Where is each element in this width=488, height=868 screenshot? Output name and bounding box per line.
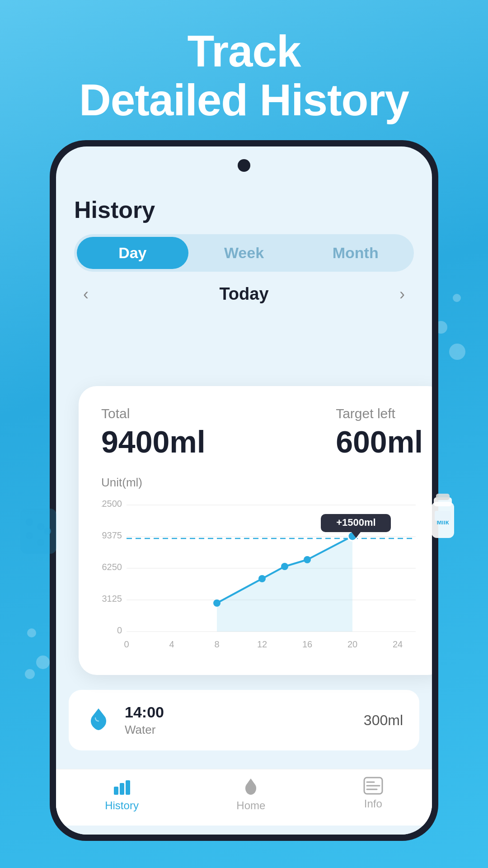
- nav-info[interactable]: Info: [363, 777, 383, 812]
- svg-rect-32: [435, 511, 451, 521]
- bg-circle-4: [27, 628, 36, 637]
- svg-text:12: 12: [257, 639, 267, 649]
- svg-rect-30: [436, 494, 450, 500]
- chart-point-2: [258, 575, 266, 582]
- camera-hole: [238, 159, 250, 172]
- svg-text:+1500ml: +1500ml: [336, 517, 375, 528]
- total-stat: Total 9400ml: [101, 406, 206, 459]
- next-arrow[interactable]: ›: [399, 285, 405, 304]
- stats-row: Total 9400ml Target left 600ml: [101, 406, 423, 459]
- prev-arrow[interactable]: ‹: [83, 285, 89, 304]
- bg-circle-6: [25, 669, 35, 679]
- total-label: Total: [101, 406, 206, 421]
- milk-bottle-decoration: Milk: [420, 488, 465, 549]
- svg-text:0: 0: [117, 625, 122, 635]
- target-value: 600ml: [336, 424, 423, 459]
- target-label: Target left: [336, 406, 423, 421]
- water-drops-decoration: [18, 506, 59, 558]
- nav-home[interactable]: Home: [236, 777, 265, 812]
- svg-point-36: [26, 532, 33, 539]
- drink-time: 14:00: [125, 703, 164, 721]
- svg-text:6250: 6250: [102, 562, 122, 572]
- tab-day[interactable]: Day: [77, 237, 188, 269]
- line-chart: 12500 9375 6250 3125 0 0 4 8 12 16 20 24: [101, 496, 423, 659]
- drink-info: 14:00 Water: [125, 703, 164, 737]
- svg-rect-23: [126, 780, 130, 795]
- nav-history[interactable]: History: [105, 777, 139, 812]
- chart-area: Unit(ml) 12500 9375 6250 3125: [101, 476, 423, 659]
- svg-point-34: [26, 519, 33, 526]
- svg-rect-21: [114, 787, 118, 795]
- date-navigation: ‹ Today ›: [74, 284, 414, 304]
- bg-circle-5: [36, 656, 50, 669]
- nav-history-label: History: [105, 799, 139, 812]
- total-value: 9400ml: [101, 424, 206, 459]
- drink-amount: 300ml: [364, 712, 403, 729]
- svg-marker-18: [217, 536, 352, 632]
- phone-screen: History Day Week Month ‹ Today › Total 9…: [56, 146, 432, 835]
- bottom-nav: History Home Info: [56, 769, 432, 826]
- phone-mockup: History Day Week Month ‹ Today › Total 9…: [50, 140, 438, 841]
- screen-title: History: [74, 196, 414, 223]
- tab-month[interactable]: Month: [300, 237, 411, 269]
- svg-text:24: 24: [393, 639, 403, 649]
- drink-entry[interactable]: 14:00 Water 300ml: [69, 690, 419, 750]
- svg-text:0: 0: [124, 639, 129, 649]
- chart-point-3: [281, 563, 288, 570]
- chart-svg: 12500 9375 6250 3125 0 0 4 8 12 16 20 24: [101, 496, 423, 659]
- tab-week[interactable]: Week: [188, 237, 300, 269]
- tab-selector: Day Week Month: [74, 234, 414, 272]
- phone-bottom: 14:00 Water 300ml: [56, 690, 432, 758]
- svg-text:3125: 3125: [102, 594, 122, 604]
- drink-type: Water: [125, 723, 164, 737]
- current-date: Today: [219, 284, 268, 304]
- svg-text:8: 8: [214, 639, 219, 649]
- svg-text:16: 16: [302, 639, 312, 649]
- drink-icon-water: [85, 704, 112, 736]
- svg-text:9375: 9375: [102, 530, 122, 540]
- bg-circle-3: [449, 344, 465, 360]
- chart-point-1: [213, 599, 221, 607]
- nav-info-label: Info: [364, 797, 382, 810]
- svg-rect-22: [120, 783, 124, 795]
- target-stat: Target left 600ml: [336, 406, 423, 459]
- chart-unit-label: Unit(ml): [101, 476, 423, 490]
- svg-point-35: [37, 523, 44, 530]
- svg-point-38: [37, 539, 44, 546]
- main-stats-card: Total 9400ml Target left 600ml Unit(ml): [79, 386, 432, 675]
- bg-circle-1: [453, 294, 461, 302]
- svg-text:20: 20: [347, 639, 357, 649]
- svg-text:4: 4: [169, 639, 174, 649]
- nav-home-label: Home: [236, 799, 265, 812]
- svg-text:12500: 12500: [101, 499, 122, 509]
- hero-title: Track Detailed History: [0, 27, 488, 125]
- svg-point-37: [44, 528, 51, 535]
- chart-point-4: [304, 556, 311, 563]
